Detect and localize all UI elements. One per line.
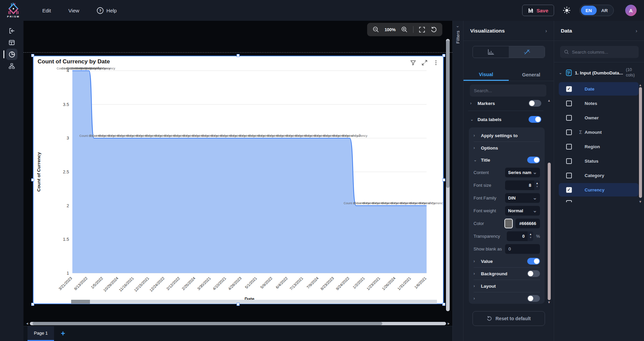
scroll-up-arrow[interactable]: ▲ xyxy=(639,83,642,87)
theme-toggle-button[interactable] xyxy=(563,6,571,14)
checkbox[interactable] xyxy=(566,158,572,164)
section-options[interactable]: › Options xyxy=(473,142,541,154)
checkbox[interactable] xyxy=(566,144,572,150)
resize-handle[interactable] xyxy=(442,54,445,57)
checkbox[interactable] xyxy=(566,200,572,202)
value-toggle[interactable] xyxy=(527,258,540,265)
scroll-down-arrow[interactable]: ▼ xyxy=(639,200,642,204)
section-layout[interactable]: › Layout xyxy=(473,280,541,292)
resize-handle[interactable] xyxy=(442,303,445,306)
collapse-sidebar-button[interactable] xyxy=(6,25,17,37)
data-scrollbar-thumb[interactable] xyxy=(639,87,642,198)
chart-scrollbar-thumb[interactable] xyxy=(71,300,90,304)
fit-screen-icon[interactable] xyxy=(419,26,425,33)
scroll-up-arrow[interactable]: ▲ xyxy=(547,99,551,102)
layout-view-button[interactable] xyxy=(6,37,17,48)
canvas-horizontal-scrollbar[interactable]: ◄ ► xyxy=(23,321,452,326)
section-markers[interactable]: › Markers xyxy=(468,98,543,109)
more-options-icon[interactable] xyxy=(433,60,439,66)
markers-toggle[interactable] xyxy=(529,100,541,107)
scroll-right-arrow[interactable]: ► xyxy=(446,322,451,325)
font-weight-select[interactable]: Normal ⌄ xyxy=(505,206,540,216)
checkbox[interactable] xyxy=(566,115,572,121)
hscroll-track[interactable] xyxy=(30,322,446,325)
viz-scrollbar-thumb[interactable] xyxy=(548,163,551,300)
lang-en-button[interactable]: EN xyxy=(581,6,597,15)
field-row-partial[interactable] xyxy=(559,197,639,202)
field-row-date[interactable]: ✓ Date xyxy=(559,82,639,96)
font-size-input[interactable]: 8 xyxy=(505,180,534,190)
menu-edit[interactable]: Edit xyxy=(42,8,51,13)
scroll-left-arrow[interactable]: ◄ xyxy=(24,322,30,325)
filters-tab[interactable]: › Filters xyxy=(453,24,463,44)
canvas-vertical-scrollbar[interactable] xyxy=(446,39,450,311)
hscroll-thumb[interactable] xyxy=(33,322,382,325)
background-toggle[interactable] xyxy=(527,270,540,277)
section-value[interactable]: › Value xyxy=(473,255,541,267)
checkbox-checked[interactable]: ✓ xyxy=(566,86,572,92)
section-partial[interactable]: › xyxy=(473,292,541,304)
zoom-in-icon[interactable] xyxy=(401,26,408,33)
section-title[interactable]: ⌄ Title xyxy=(473,154,541,166)
scroll-down-arrow[interactable]: ▼ xyxy=(547,300,551,304)
checkbox[interactable] xyxy=(566,101,572,106)
tab-general[interactable]: General xyxy=(509,69,554,81)
charts-view-button[interactable] xyxy=(6,49,17,60)
table-node[interactable]: ⌄ 1. Input (DumboData.... (10 cols) xyxy=(559,65,640,80)
data-labels-toggle[interactable] xyxy=(529,116,541,123)
filter-icon[interactable] xyxy=(410,60,416,66)
field-row-region[interactable]: Region xyxy=(559,140,639,153)
page-tab[interactable]: Page 1 xyxy=(28,326,54,341)
color-hex-input[interactable]: #666666 xyxy=(515,219,540,228)
field-row-notes[interactable]: Notes xyxy=(559,97,639,110)
section-data-labels[interactable]: ⌄ Data labels xyxy=(468,114,543,125)
font-size-spinner[interactable]: ▲▼ xyxy=(534,180,540,190)
reset-to-default-button[interactable]: Reset to default xyxy=(473,311,545,326)
resize-handle[interactable] xyxy=(237,54,240,57)
lang-ar-button[interactable]: AR xyxy=(597,8,613,13)
transparency-spinner[interactable]: ▲▼ xyxy=(528,231,533,241)
expand-icon[interactable] xyxy=(422,60,428,66)
reset-view-icon[interactable] xyxy=(431,26,437,33)
section-apply-settings-to[interactable]: › Apply settings to xyxy=(473,129,541,141)
resize-handle[interactable] xyxy=(31,54,34,57)
checkbox-checked[interactable]: ✓ xyxy=(566,187,572,193)
field-row-category[interactable]: Category xyxy=(559,169,639,182)
zoom-out-icon[interactable] xyxy=(373,26,379,33)
build-visual-button[interactable] xyxy=(473,46,509,58)
add-page-button[interactable]: + xyxy=(61,326,65,341)
resize-handle[interactable] xyxy=(31,178,34,181)
tab-visual[interactable]: Visual xyxy=(463,69,509,81)
collapse-panel-icon[interactable]: › xyxy=(636,28,637,34)
collapse-panel-icon[interactable]: › xyxy=(545,28,547,34)
field-row-amount[interactable]: Σ Amount xyxy=(559,125,639,139)
field-row-status[interactable]: Status xyxy=(559,154,639,168)
transparency-input[interactable]: 0 xyxy=(507,231,528,241)
data-search[interactable] xyxy=(560,46,639,58)
format-visual-button[interactable] xyxy=(509,46,545,58)
data-search-input[interactable] xyxy=(572,50,635,55)
field-row-owner[interactable]: Owner xyxy=(559,111,639,124)
resize-handle[interactable] xyxy=(237,303,240,306)
resize-handle[interactable] xyxy=(442,178,445,181)
menu-view[interactable]: View xyxy=(68,8,79,13)
flow-view-button[interactable] xyxy=(6,60,17,72)
chart-visual[interactable]: Count of Currency by Date 43.532.521.513… xyxy=(33,56,444,304)
title-toggle[interactable] xyxy=(527,157,540,163)
prism-logo[interactable]: PRISM xyxy=(5,3,22,18)
menu-help[interactable]: ? Help xyxy=(97,7,117,14)
content-select[interactable]: Series nam ⌄ xyxy=(505,168,540,177)
canvas-vscroll-thumb[interactable] xyxy=(446,40,450,188)
viz-search[interactable] xyxy=(470,84,546,97)
checkbox[interactable] xyxy=(566,129,572,135)
report-canvas[interactable]: Count of Currency by Date 43.532.521.513… xyxy=(23,38,452,321)
show-blank-as-input[interactable]: 0 xyxy=(505,244,540,254)
chart-horizontal-scrollbar[interactable] xyxy=(71,300,437,304)
font-family-select[interactable]: DIN ⌄ xyxy=(505,193,540,203)
partial-toggle[interactable] xyxy=(527,295,540,302)
field-row-currency[interactable]: ✓ Currency xyxy=(559,183,639,196)
color-swatch[interactable] xyxy=(504,219,513,228)
checkbox[interactable] xyxy=(566,173,572,178)
section-background[interactable]: › Background xyxy=(473,268,541,280)
resize-handle[interactable] xyxy=(31,303,34,306)
